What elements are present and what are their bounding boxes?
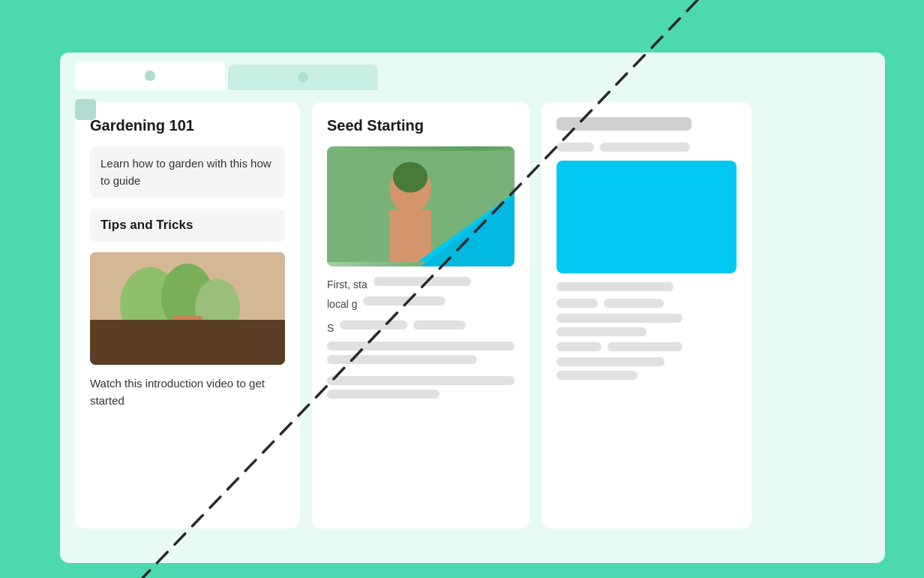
placeholder-group-2 bbox=[327, 376, 514, 399]
ph-xs-2 bbox=[556, 342, 602, 351]
ph-70-1 bbox=[556, 314, 682, 323]
ph-xs-1 bbox=[556, 299, 598, 308]
ph-45-1 bbox=[556, 371, 638, 380]
svg-rect-5 bbox=[172, 316, 202, 354]
card-seed-starting: Seed Starting bbox=[312, 102, 530, 528]
ph-sm-1 bbox=[556, 143, 594, 152]
card-third bbox=[542, 102, 752, 528]
tab-inactive[interactable] bbox=[228, 65, 378, 90]
card-gardening-101: Gardening 101 Learn how to garden with t… bbox=[75, 102, 300, 528]
ph-line-short-1 bbox=[327, 390, 440, 399]
svg-point-13 bbox=[393, 162, 428, 193]
card1-title: Gardening 101 bbox=[90, 117, 285, 134]
ph-section-3 bbox=[556, 357, 736, 380]
card2-image bbox=[327, 146, 514, 266]
ph-65-1 bbox=[556, 282, 674, 291]
svg-rect-12 bbox=[389, 210, 431, 262]
svg-rect-6 bbox=[131, 320, 158, 350]
card2-title: Seed Starting bbox=[327, 117, 514, 134]
browser-window: Gardening 101 Learn how to garden with t… bbox=[60, 53, 885, 563]
card1-image bbox=[90, 252, 285, 365]
gardening-svg bbox=[90, 252, 285, 365]
card1-subtitle: Tips and Tricks bbox=[100, 218, 193, 232]
ph-line-full-1 bbox=[327, 342, 514, 351]
greenhouse-photo bbox=[327, 146, 514, 266]
card2-text-partial-2: local g bbox=[327, 298, 357, 310]
card2-text-partial-1: First, sta bbox=[327, 278, 368, 291]
card2-text-block: First, sta local g S bbox=[327, 277, 514, 336]
greenhouse-svg bbox=[327, 146, 514, 266]
svg-point-7 bbox=[161, 326, 191, 347]
nav-square-icon bbox=[75, 99, 96, 120]
ph-line-med-1 bbox=[327, 355, 477, 364]
tab-circle-2 bbox=[298, 72, 308, 83]
ph-section-1 bbox=[556, 282, 736, 291]
tab-bar bbox=[60, 53, 885, 90]
placeholder-line-2 bbox=[363, 297, 446, 306]
svg-rect-1 bbox=[90, 320, 285, 365]
card2-text-partial-3: S bbox=[327, 322, 334, 334]
card1-subtitle-block: Tips and Tricks bbox=[90, 209, 285, 242]
placeholder-line-1 bbox=[374, 277, 471, 286]
ph-group-3 bbox=[556, 342, 736, 351]
tab-active[interactable] bbox=[75, 62, 225, 90]
card1-description-block: Learn how to garden with this how to gui… bbox=[90, 146, 285, 198]
placeholder-group-1 bbox=[327, 342, 514, 364]
gardening-photo bbox=[90, 252, 285, 365]
tab-circle-1 bbox=[145, 71, 155, 81]
ph-lg-1 bbox=[600, 143, 690, 152]
third-title-placeholder bbox=[556, 117, 692, 131]
ph-group-line1 bbox=[556, 143, 736, 152]
ph-md-2 bbox=[608, 342, 682, 351]
ph-line-full-2 bbox=[327, 376, 514, 385]
ph-50-1 bbox=[556, 327, 646, 336]
ph-md-1 bbox=[604, 299, 664, 308]
placeholder-line-3 bbox=[340, 321, 407, 330]
cyan-content-block bbox=[556, 161, 736, 273]
ph-group-2 bbox=[556, 299, 736, 308]
content-area: Gardening 101 Learn how to garden with t… bbox=[60, 90, 885, 540]
ph-section-2 bbox=[556, 314, 736, 336]
svg-point-4 bbox=[195, 278, 240, 339]
placeholder-line-4 bbox=[413, 321, 466, 330]
svg-point-8 bbox=[185, 324, 212, 342]
card1-description: Learn how to garden with this how to gui… bbox=[100, 157, 272, 187]
ph-60-1 bbox=[556, 357, 664, 366]
card1-caption: Watch this introduction video to get sta… bbox=[90, 377, 265, 407]
